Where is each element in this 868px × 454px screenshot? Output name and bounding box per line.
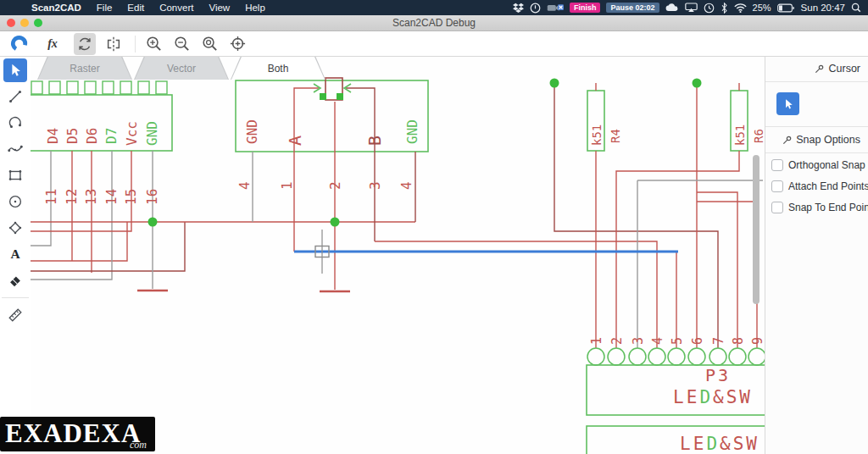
tab-vector[interactable]: Vector xyxy=(134,56,229,80)
menu-file[interactable]: File xyxy=(89,3,120,13)
camera-off-icon[interactable] xyxy=(547,3,564,13)
ic-pin-square xyxy=(103,81,114,94)
palette-separator xyxy=(2,297,29,298)
info-icon[interactable] xyxy=(530,3,541,14)
ic-pin-square xyxy=(49,81,60,94)
schematic-label: 5 xyxy=(670,337,685,345)
wire xyxy=(346,88,375,241)
menubar-clock[interactable]: Sun 20:47 xyxy=(801,3,845,13)
tab-both[interactable]: Both xyxy=(231,56,326,80)
wire xyxy=(554,83,718,348)
snap-to-end-points-option[interactable]: Snap To End Points xyxy=(765,198,868,217)
canvas-scrollbar-thumb[interactable] xyxy=(753,155,760,304)
cloud-icon[interactable] xyxy=(665,3,679,13)
spline-tool[interactable] xyxy=(3,137,27,161)
spotlight-icon[interactable] xyxy=(851,3,861,13)
wire xyxy=(31,222,185,271)
junction-dot xyxy=(148,218,158,227)
snap-options-header[interactable]: Snap Options xyxy=(765,126,868,153)
drawing-canvas[interactable]: D4D5D6D7VccGND111213141516GNDABGND41234k… xyxy=(31,56,765,454)
schematic-label: D5 xyxy=(64,128,81,144)
schematic-label: 7 xyxy=(711,337,726,345)
orthogonal-snap-label: Orthogonal Snap xyxy=(788,159,865,171)
eraser-tool[interactable] xyxy=(3,269,27,292)
schematic-label: 14 xyxy=(103,189,120,205)
arc-tool[interactable] xyxy=(3,111,27,135)
schematic-label: 16 xyxy=(144,189,160,205)
ic-pin-square xyxy=(156,81,167,94)
text-tool[interactable]: A xyxy=(3,242,27,266)
menu-view[interactable]: View xyxy=(201,3,237,13)
schematic-canvas[interactable]: D4D5D6D7VccGND111213141516GNDABGND41234k… xyxy=(31,56,765,454)
orthogonal-snap-option[interactable]: Orthogonal Snap xyxy=(765,156,868,174)
wire xyxy=(697,192,737,348)
schematic-label: 9 xyxy=(750,337,765,345)
schematic-label: GND xyxy=(404,119,420,144)
wire xyxy=(697,202,757,348)
cursor-section-header[interactable]: Cursor xyxy=(765,56,868,82)
zoom-out-button[interactable] xyxy=(170,33,192,55)
menu-bar: Scan2CAD File Edit Convert View Help Fin… xyxy=(0,0,868,15)
snap-to-end-points-checkbox[interactable] xyxy=(771,202,783,213)
right-panel: Cursor Snap Options Orthogonal Snap Atta… xyxy=(765,56,868,454)
window-title-bar: Scan2CAD Debug xyxy=(0,15,868,31)
ic-pin-square xyxy=(67,81,78,94)
pause-timer-badge[interactable]: Pause 02:02 xyxy=(606,3,659,13)
connector-pin-circle xyxy=(748,348,765,365)
schematic-label: 1 xyxy=(279,181,295,190)
bluetooth-icon[interactable] xyxy=(721,3,728,14)
schematic-label: 15 xyxy=(123,189,139,205)
toolbar-divider xyxy=(135,36,136,53)
junction-square xyxy=(320,93,326,100)
fx-label: fx xyxy=(47,37,58,51)
polygon-tool[interactable] xyxy=(3,216,27,240)
schematic-label: 2 xyxy=(327,181,343,190)
line-tool[interactable] xyxy=(3,85,27,108)
ic-pin-square xyxy=(138,81,149,94)
rotate-tool-button[interactable] xyxy=(74,33,96,55)
finish-badge[interactable]: Finish xyxy=(570,3,601,13)
menu-edit[interactable]: Edit xyxy=(120,3,152,13)
measure-tool[interactable] xyxy=(3,303,27,327)
fx-tool-button[interactable]: fx xyxy=(42,33,64,55)
menu-app-name[interactable]: Scan2CAD xyxy=(24,3,89,13)
junction-square xyxy=(337,93,343,100)
schematic-label: 1 xyxy=(589,337,604,345)
schematic-label: LED&SW xyxy=(673,387,753,407)
orthogonal-snap-checkbox[interactable] xyxy=(771,159,783,171)
attach-end-points-label: Attach End Points xyxy=(788,180,868,192)
pin-icon xyxy=(782,136,792,145)
attach-end-points-option[interactable]: Attach End Points xyxy=(765,177,868,196)
cursor-mode-button[interactable] xyxy=(776,92,799,115)
view-tabs: Raster Vector Both xyxy=(37,56,327,80)
menu-help[interactable]: Help xyxy=(237,3,273,13)
zoom-reset-button[interactable] xyxy=(198,33,220,55)
schematic-label: 13 xyxy=(83,189,99,205)
ic-pin-square xyxy=(31,81,42,94)
window-title: Scan2CAD Debug xyxy=(0,17,868,29)
junction-dot xyxy=(331,218,340,227)
connector-pin-circle xyxy=(729,348,746,365)
rectangle-tool[interactable] xyxy=(3,163,27,187)
schematic-label: D6 xyxy=(84,128,100,144)
tab-raster[interactable]: Raster xyxy=(37,56,132,80)
schematic-label: k51 xyxy=(590,125,604,146)
time-machine-icon[interactable] xyxy=(704,3,715,14)
attach-end-points-checkbox[interactable] xyxy=(771,180,783,192)
mirror-tool-button[interactable] xyxy=(103,33,125,55)
pin-icon xyxy=(815,64,824,74)
menu-convert[interactable]: Convert xyxy=(152,3,201,13)
zoom-in-button[interactable] xyxy=(142,33,164,55)
connector-pin-circle xyxy=(688,348,705,365)
schematic-label: D7 xyxy=(103,128,120,144)
schematic-label: P3 xyxy=(705,365,731,385)
watermark-suffix: com xyxy=(130,439,147,451)
airplay-icon[interactable] xyxy=(685,3,698,13)
dropbox-icon[interactable] xyxy=(513,3,524,14)
select-tool[interactable] xyxy=(3,58,27,82)
zoom-extents-button[interactable] xyxy=(226,33,248,55)
ic-pin-square xyxy=(120,81,131,94)
wire xyxy=(294,88,319,252)
wifi-icon[interactable] xyxy=(734,3,747,13)
circle-tool[interactable] xyxy=(3,190,27,213)
